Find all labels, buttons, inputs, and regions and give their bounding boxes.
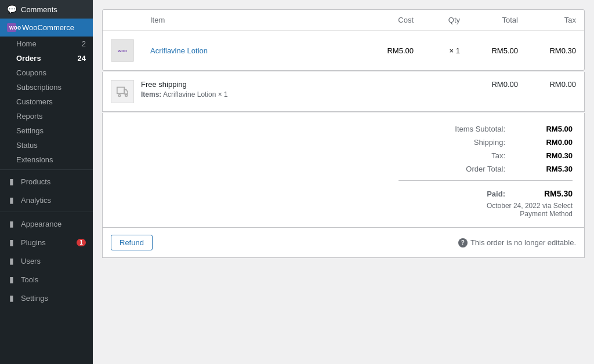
tax-value: RM0.30 xyxy=(515,151,573,160)
settings-icon: ▮ xyxy=(7,293,16,303)
analytics-icon: ▮ xyxy=(7,195,16,205)
plugins-badge: 1 xyxy=(77,239,86,246)
sidebar-item-label: Settings xyxy=(21,294,48,303)
sidebar-item-label: WooCommerce xyxy=(22,23,74,32)
sidebar-item-label: Subscriptions xyxy=(16,83,61,92)
sidebar-item-label: Status xyxy=(16,141,38,150)
table-row: woo Acriflavine Lotion RM5.00 × 1 RM5.00… xyxy=(103,31,584,71)
subtotal-value: RM5.00 xyxy=(515,125,573,133)
sidebar-item-customers[interactable]: Customers xyxy=(0,94,93,109)
footer-panel: Refund ? This order is no longer editabl… xyxy=(102,228,585,258)
sidebar-item-label: Products xyxy=(21,177,50,186)
sidebar-item-products[interactable]: ▮ Products xyxy=(0,172,93,191)
sidebar-item-label: Comments xyxy=(21,5,57,14)
product-image-cell: woo xyxy=(103,31,142,71)
shipping-row: Free shipping Items: Acriflavine Lotion … xyxy=(103,72,584,111)
paid-date: October 24, 2022 via Select xyxy=(487,202,573,210)
items-label: Items: xyxy=(141,90,161,99)
sidebar-item-comments[interactable]: 💬 Comments xyxy=(0,0,93,19)
col-item: Item xyxy=(142,10,364,31)
products-icon: ▮ xyxy=(7,177,16,186)
main-content: Item Cost Qty Total Tax woo Acriflavine … xyxy=(93,0,594,364)
sidebar-divider-2 xyxy=(0,212,93,212)
col-img xyxy=(103,10,142,31)
help-icon: ? xyxy=(458,238,468,247)
sidebar-item-subscriptions[interactable]: Subscriptions xyxy=(0,80,93,94)
svg-rect-0 xyxy=(117,88,125,94)
shipping-total-label: Shipping: xyxy=(399,138,515,147)
sidebar-item-tools[interactable]: ▮ Tools xyxy=(0,270,93,289)
sidebar-item-home[interactable]: Home 2 xyxy=(0,37,93,51)
shipping-items: Items: Acriflavine Lotion × 1 xyxy=(141,90,484,99)
col-total: Total xyxy=(468,10,526,31)
paid-method: Payment Method xyxy=(520,210,573,218)
shipping-tax: RM0.00 xyxy=(541,80,576,89)
col-cost: Cost xyxy=(364,10,422,31)
paid-value: RM5.30 xyxy=(515,189,573,198)
sidebar-item-label: Home xyxy=(16,39,37,48)
sidebar-item-users[interactable]: ▮ Users xyxy=(0,252,93,270)
sidebar-divider xyxy=(0,169,93,170)
paid-row: Paid: RM5.30 xyxy=(114,185,573,202)
svg-point-1 xyxy=(118,94,120,96)
sidebar-item-plugins[interactable]: ▮ Plugins 1 xyxy=(0,233,93,252)
comments-icon: 💬 xyxy=(7,5,16,14)
tax-label: Tax: xyxy=(399,151,515,160)
order-items-panel: Item Cost Qty Total Tax woo Acriflavine … xyxy=(102,9,585,71)
sidebar-item-orders[interactable]: Orders 24 xyxy=(0,51,93,65)
totals-divider xyxy=(399,180,573,181)
product-tax-cell: RM0.30 xyxy=(526,31,584,71)
sidebar-item-reports[interactable]: Reports xyxy=(0,109,93,123)
sidebar-item-coupons[interactable]: Coupons xyxy=(0,65,93,80)
woo-icon: woo xyxy=(7,23,16,32)
sidebar-item-label: Analytics xyxy=(21,196,51,205)
sidebar: 💬 Comments woo WooCommerce Home 2 Orders… xyxy=(0,0,93,364)
sidebar-item-label: Reports xyxy=(16,112,43,121)
sidebar-item-label: Customers xyxy=(16,97,53,106)
users-icon: ▮ xyxy=(7,256,16,265)
sidebar-item-label: Coupons xyxy=(16,68,46,77)
sidebar-item-label: Settings xyxy=(16,126,44,135)
shipping-details: Free shipping Items: Acriflavine Lotion … xyxy=(141,80,484,99)
product-link[interactable]: Acriflavine Lotion xyxy=(150,46,208,55)
items-value: Acriflavine Lotion × 1 xyxy=(163,90,228,99)
product-name-cell: Acriflavine Lotion xyxy=(142,31,364,71)
col-qty: Qty xyxy=(422,10,468,31)
sidebar-item-settings[interactable]: Settings xyxy=(0,123,93,138)
shipping-cost: RM0.00 xyxy=(491,80,518,89)
product-total-cell: RM5.00 xyxy=(468,31,526,71)
order-total-value: RM5.30 xyxy=(515,165,573,173)
refund-button[interactable]: Refund xyxy=(111,235,153,250)
shipping-total-row: Shipping: RM0.00 xyxy=(114,136,573,149)
product-thumbnail: woo xyxy=(111,39,134,62)
appearance-icon: ▮ xyxy=(7,219,16,228)
sidebar-item-label: Tools xyxy=(21,275,38,284)
sidebar-item-label: Extensions xyxy=(16,155,53,164)
order-total-label: Order Total: xyxy=(399,165,515,173)
shipping-icon xyxy=(111,80,134,103)
sidebar-item-extensions[interactable]: Extensions xyxy=(0,152,93,167)
sidebar-item-status[interactable]: Status xyxy=(0,138,93,152)
sidebar-item-appearance[interactable]: ▮ Appearance xyxy=(0,214,93,233)
sidebar-item-settings2[interactable]: ▮ Settings xyxy=(0,289,93,307)
product-cost-cell: RM5.00 xyxy=(364,31,422,71)
sidebar-item-analytics[interactable]: ▮ Analytics xyxy=(0,191,93,209)
shipping-panel: Free shipping Items: Acriflavine Lotion … xyxy=(102,72,585,112)
order-table: Item Cost Qty Total Tax woo Acriflavine … xyxy=(103,10,584,70)
not-editable-notice: ? This order is no longer editable. xyxy=(458,238,576,247)
shipping-name: Free shipping xyxy=(141,80,484,89)
sidebar-item-woocommerce[interactable]: woo WooCommerce xyxy=(0,19,93,37)
subtotal-label: Items Subtotal: xyxy=(399,125,515,133)
tools-icon: ▮ xyxy=(7,275,16,284)
not-editable-text: This order is no longer editable. xyxy=(470,238,576,247)
order-total-row: Order Total: RM5.30 xyxy=(114,162,573,176)
sidebar-item-label: Plugins xyxy=(21,238,46,247)
totals-panel: Items Subtotal: RM5.00 Shipping: RM0.00 … xyxy=(102,113,585,228)
shipping-total-value: RM0.00 xyxy=(515,138,573,147)
sidebar-item-label: Orders xyxy=(16,54,41,63)
plugins-icon: ▮ xyxy=(7,238,16,247)
svg-point-2 xyxy=(125,94,127,96)
home-badge: 2 xyxy=(82,39,86,48)
sidebar-item-label: Appearance xyxy=(21,220,61,228)
paid-date-row: October 24, 2022 via Select Payment Meth… xyxy=(114,202,573,218)
